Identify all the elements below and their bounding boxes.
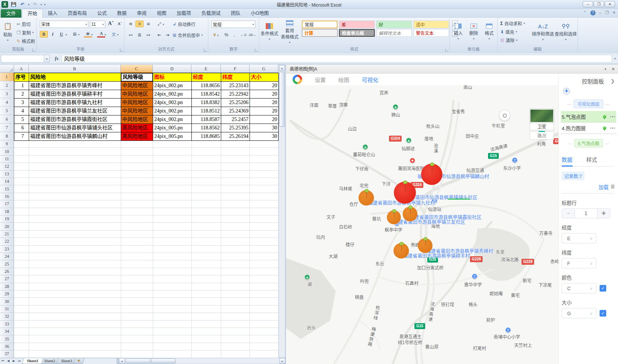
cell-risk[interactable]: 中风险地区 (121, 98, 153, 107)
layer-menu-icon[interactable]: ••• (610, 126, 615, 130)
increase-indent-icon[interactable]: ⇥ (163, 32, 172, 38)
menu-draw[interactable]: 绘图 (338, 76, 349, 83)
clipboard-dialog-launcher[interactable] (32, 49, 35, 51)
cell-size[interactable]: 20 (250, 98, 279, 107)
bold-button[interactable]: B (40, 31, 48, 38)
scroll-left-icon[interactable]: ◂ (119, 358, 125, 364)
minimize-button[interactable]: – (583, 1, 593, 7)
row-header-27[interactable]: 27 (0, 275, 14, 283)
pane-dropdown-icon[interactable]: ▾ (604, 67, 606, 71)
row-header-19[interactable]: 19 (0, 215, 14, 223)
format-cells-button[interactable]: 格式▾ (482, 20, 496, 44)
header-cell-大小[interactable]: 大小 (250, 73, 279, 82)
menu-visualize[interactable]: 可视化 (362, 76, 378, 83)
column-header-F[interactable]: F (221, 65, 250, 73)
column-header-A[interactable]: A (14, 65, 29, 73)
traffic-button[interactable]: 路况 (530, 131, 554, 140)
cell-icon[interactable]: 24pix_005.pn (153, 124, 192, 132)
find-select-button[interactable]: ⚲⚲ 查找和选择▾ (554, 20, 577, 44)
scroll-right-icon[interactable]: ▸ (279, 358, 285, 364)
row-header-2[interactable]: 2 (0, 81, 14, 90)
align-center-icon[interactable]: ≣ (135, 32, 144, 38)
horizontal-scroll-thumb[interactable]: ☰ (126, 358, 176, 363)
merge-center-button[interactable]: ⊞合并后居中▾ (172, 32, 204, 39)
clear-button[interactable]: ☒清除▾ (499, 37, 519, 44)
row-header-16[interactable]: 16 (0, 193, 14, 200)
row-header-30[interactable]: 30 (0, 298, 14, 305)
row-header-9[interactable]: 9 (0, 140, 14, 148)
row-header-15[interactable]: 15 (0, 185, 14, 193)
cell-icon[interactable]: 24pix_002.pn (153, 107, 192, 115)
ribbon-tab-开始[interactable]: 开始 (22, 9, 43, 18)
close-button[interactable]: ✕ (605, 1, 615, 7)
font-color-icon[interactable]: A (97, 31, 105, 38)
ribbon-tab-视图[interactable]: 视图 (152, 9, 172, 18)
field-select-纬度[interactable]: F∨ (562, 258, 596, 268)
ribbon-collapse-icon[interactable]: ⌃ (583, 10, 587, 15)
last-sheet-icon[interactable]: ⏭ (17, 358, 22, 364)
row-header-28[interactable]: 28 (0, 283, 14, 290)
ribbon-tab-审阅[interactable]: 审阅 (132, 9, 152, 18)
phonetic-icon[interactable]: 文 (110, 31, 118, 38)
cell-place[interactable]: 福建省莆田市游县枫亭镇霞街社区 (29, 115, 121, 124)
cell-lng[interactable]: 118.8382 (191, 98, 221, 107)
conditional-format-button[interactable]: 条件格式▾ (261, 20, 278, 44)
cell-risk[interactable]: 中风险地区 (121, 90, 153, 99)
doc-minimize-icon[interactable]: – (599, 10, 601, 15)
cell-place[interactable]: 福建省莆田市游县枫亭镇兰友社区 (29, 107, 121, 115)
copy-button[interactable]: ❐复制▾ (15, 29, 35, 36)
cell-icon[interactable]: 24pix_002.pn (153, 81, 192, 90)
header-cell-纬度[interactable]: 纬度 (221, 73, 250, 82)
row-header-25[interactable]: 25 (0, 260, 14, 268)
shrink-font-icon[interactable]: Aˇ (116, 20, 124, 27)
cell-style-neutral[interactable]: 适中 (413, 21, 449, 28)
percent-icon[interactable]: % (222, 32, 230, 38)
row-header-26[interactable]: 26 (0, 268, 14, 275)
cell-style-explain[interactable]: 解释性文本 (376, 29, 412, 37)
alignment-dialog-launcher[interactable] (204, 49, 207, 51)
bubble-marker[interactable] (393, 243, 409, 258)
cell-size[interactable]: 20 (250, 107, 279, 115)
cell-style-normal[interactable]: 常规 (302, 21, 338, 28)
cell-lat[interactable]: 25.22942 (221, 90, 250, 99)
row-header-33[interactable]: 33 (0, 321, 14, 328)
borders-dropdown-icon[interactable]: ▾ (78, 33, 80, 36)
orientation-dropdown-icon[interactable]: ▾ (163, 23, 164, 26)
font-size-combo[interactable]: 11▾ (90, 21, 105, 28)
horizontal-scrollbar[interactable]: ◂ ☰ ▸ (119, 358, 286, 364)
bubble-marker[interactable] (418, 238, 432, 253)
formula-input[interactable]: 风险等级 (61, 55, 612, 63)
bubble-marker[interactable] (421, 164, 442, 185)
wrap-text-button[interactable]: ↲自动换行 (172, 21, 197, 28)
cell-lat[interactable]: 25.25395 (221, 124, 250, 132)
cut-button[interactable]: ✂剪切 (15, 21, 32, 28)
row-header-7[interactable]: 7 (0, 124, 14, 132)
accounting-dropdown-icon[interactable]: ▾ (217, 34, 219, 37)
pane-close-icon[interactable]: ✕ (611, 67, 615, 72)
row-header-5[interactable]: 5 (0, 107, 14, 115)
row-header-10[interactable]: 10 (0, 148, 14, 155)
cell-icon[interactable]: 24pix_002.pn (153, 98, 192, 107)
load-settings-icon[interactable]: ☰ (611, 184, 615, 189)
number-dialog-launcher[interactable] (255, 49, 258, 51)
row-header-13[interactable]: 13 (0, 171, 14, 178)
cell-lng[interactable]: 118.8685 (191, 132, 221, 141)
add-layer-icon[interactable]: ✚ (563, 88, 570, 94)
panel-tab-样式[interactable]: 样式 (586, 156, 597, 163)
ribbon-tab-小O地图[interactable]: 小O地图 (246, 9, 274, 18)
orientation-icon[interactable]: ⤢ (155, 21, 163, 27)
layer-item-5.气泡点图[interactable]: 5.气泡点图••• (561, 111, 616, 122)
cell-size[interactable]: 20 (250, 115, 279, 124)
autosum-button[interactable]: Σ自动求和▾ (499, 20, 526, 27)
doc-close-icon[interactable]: ✕ (612, 10, 616, 15)
cell-style-bad[interactable]: 差 (339, 21, 375, 28)
font-family-combo[interactable]: 宋体▾ (40, 21, 88, 28)
column-header-E[interactable]: E (191, 65, 221, 73)
cell-risk[interactable]: 中风险地区 (121, 81, 153, 90)
restore-button[interactable]: ❐ (594, 1, 604, 7)
panel-collapse-icon[interactable]: ❯ (611, 78, 615, 84)
borders-icon[interactable]: ⊞ (71, 31, 79, 38)
styles-dialog-launcher[interactable] (445, 49, 448, 51)
satellite-thumbnail[interactable] (530, 109, 554, 123)
column-header-C[interactable]: C (121, 65, 153, 73)
